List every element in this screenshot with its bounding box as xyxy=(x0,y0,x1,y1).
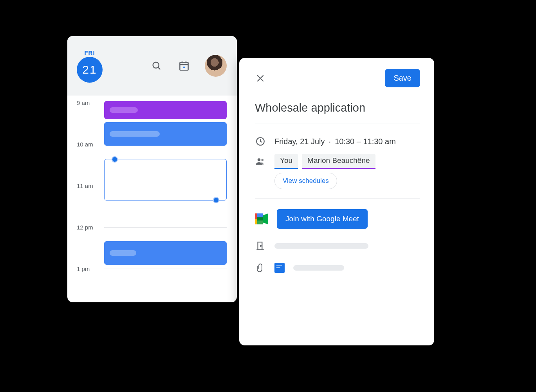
hour-label: 9 am xyxy=(77,99,90,106)
avatar[interactable] xyxy=(205,55,227,77)
resize-handle-bottom[interactable] xyxy=(213,197,219,203)
room-placeholder xyxy=(274,243,368,249)
search-icon[interactable] xyxy=(150,59,163,72)
save-button[interactable]: Save xyxy=(385,69,420,87)
close-icon[interactable] xyxy=(255,73,266,84)
day-number: 21 xyxy=(77,57,103,83)
view-schedules-button[interactable]: View schedules xyxy=(274,173,337,189)
hour-label: 11 am xyxy=(77,182,93,189)
attachment-icon xyxy=(255,262,266,273)
calendar-new-event-slot[interactable] xyxy=(104,159,227,201)
timeline[interactable]: 9 am 10 am 11 am 12 pm 1 pm xyxy=(67,96,237,302)
event-people-row: You Marion Beauchêne xyxy=(255,154,420,169)
attendee-chip-guest[interactable]: Marion Beauchêne xyxy=(302,154,375,169)
event-title[interactable]: Wholesale application xyxy=(255,101,420,123)
room-row[interactable] xyxy=(255,240,420,251)
event-detail-card: Save Wholesale application Friday, 21 Ju… xyxy=(239,58,434,345)
event-time-row[interactable]: Friday, 21 July·10:30 – 11:30 am xyxy=(255,136,420,147)
attendee-chip-you[interactable]: You xyxy=(274,154,298,169)
calendar-today-icon[interactable] xyxy=(177,59,191,72)
svg-point-0 xyxy=(153,62,159,68)
calendar-event-blue[interactable] xyxy=(104,122,227,146)
attachment-row[interactable] xyxy=(255,262,420,273)
svg-point-20 xyxy=(260,246,261,246)
join-meet-button[interactable]: Join with Google Meet xyxy=(277,209,368,229)
doc-icon[interactable] xyxy=(274,263,285,273)
people-icon xyxy=(255,156,266,167)
svg-rect-2 xyxy=(180,62,188,70)
calendar-header: FRI 21 xyxy=(67,36,237,96)
hour-label: 10 am xyxy=(77,141,93,148)
google-meet-row: Join with Google Meet xyxy=(255,209,420,229)
calendar-event-purple[interactable] xyxy=(104,101,227,119)
svg-rect-16 xyxy=(257,217,263,220)
clock-icon xyxy=(255,136,266,147)
svg-point-11 xyxy=(261,159,263,161)
calendar-card: FRI 21 9 am 10 am 11 am 12 pm 1 pm xyxy=(67,36,237,302)
attachment-placeholder xyxy=(293,265,344,271)
svg-rect-14 xyxy=(257,213,263,217)
room-icon xyxy=(255,240,266,251)
svg-point-10 xyxy=(258,158,260,161)
calendar-event-blue[interactable] xyxy=(104,241,227,265)
svg-rect-13 xyxy=(255,219,257,224)
day-badge[interactable]: FRI 21 xyxy=(77,49,103,83)
svg-rect-12 xyxy=(255,213,257,219)
svg-marker-17 xyxy=(263,213,268,224)
resize-handle-top[interactable] xyxy=(112,156,118,163)
google-meet-icon xyxy=(255,213,268,224)
hour-label: 12 pm xyxy=(77,224,93,231)
divider xyxy=(255,199,420,199)
svg-line-1 xyxy=(158,67,161,70)
day-name: FRI xyxy=(84,49,95,56)
svg-rect-15 xyxy=(257,220,263,224)
svg-point-6 xyxy=(183,67,185,68)
hour-label: 1 pm xyxy=(77,266,90,272)
event-time-text: Friday, 21 July·10:30 – 11:30 am xyxy=(274,137,396,146)
